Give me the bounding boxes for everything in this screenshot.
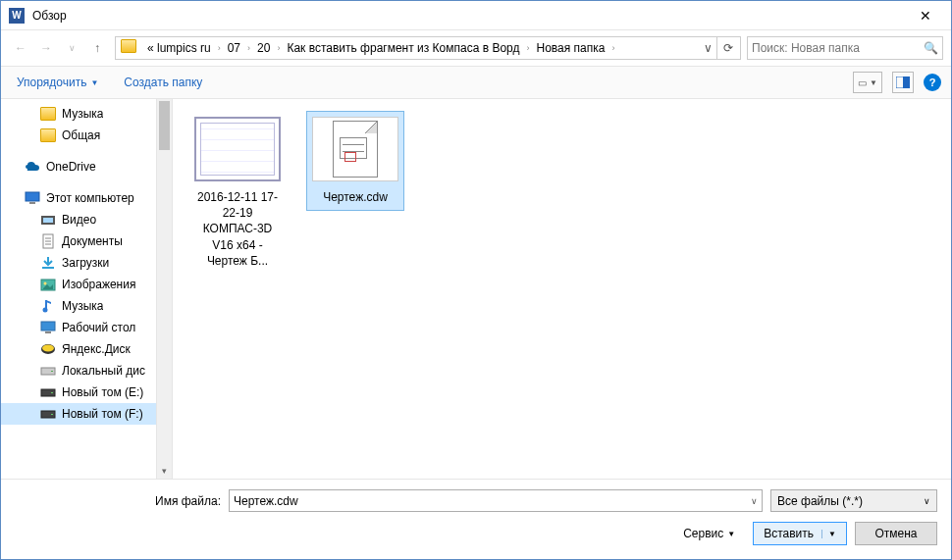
tree-item[interactable]: Общая [1,125,172,146]
svg-rect-2 [26,192,39,201]
tree-item[interactable]: OneDrive [1,156,172,178]
tree-item[interactable]: Яндекс.Диск [1,338,172,360]
file-item[interactable]: Чертеж.cdw [306,111,404,211]
file-item[interactable]: 2016-12-11 17-22-19 КОМПАС-3D V16 x64 - … [188,111,287,275]
search-placeholder: Поиск: Новая папка [752,41,860,55]
tree-item[interactable]: Документы [1,230,172,252]
search-icon: 🔍 [924,41,938,55]
breadcrumb-segment[interactable]: 07 [222,37,246,59]
window-title: Обзор [32,9,67,23]
svg-rect-23 [51,414,53,415]
svg-point-12 [44,282,47,285]
folder-icon [121,39,138,57]
tree-item[interactable]: Загрузки [1,252,172,274]
svg-rect-15 [45,331,51,333]
new-folder-button[interactable]: Создать папку [118,72,208,93]
filename-input[interactable]: Чертеж.cdw ∨ [229,489,763,512]
tree-item-label: Новый том (F:) [62,407,143,421]
svg-rect-1 [903,76,910,88]
svg-rect-14 [41,322,55,331]
svg-point-13 [43,308,48,313]
recent-dropdown[interactable]: ∨ [60,36,83,60]
tree-item-label: Музыка [62,299,103,313]
hdd-icon [40,384,56,400]
desktop-icon [40,320,56,335]
svg-rect-19 [51,371,53,372]
breadcrumb-segment[interactable]: Как вставить фрагмент из Компаса в Ворд [281,37,525,59]
view-options-button[interactable]: ▭▼ [853,72,882,93]
filetype-select[interactable]: Все файлы (*.*) ∨ [770,489,937,512]
insert-button[interactable]: Вставить ▼ [753,522,847,545]
tree-item-label: Документы [62,234,123,248]
help-button[interactable]: ? [924,74,941,91]
tree-item-label: Этот компьютер [46,191,134,205]
file-thumbnail [312,117,398,181]
close-button[interactable]: ✕ [903,2,947,29]
dialog-footer: Имя файла: Чертеж.cdw ∨ Все файлы (*.*) … [1,479,951,559]
tree-item-label: Видео [62,213,96,227]
pictures-icon [40,277,56,292]
svg-rect-3 [29,202,35,204]
tree-item-label: Загрузки [62,256,109,270]
tree-item[interactable]: Рабочий стол [1,317,172,338]
up-button[interactable]: ↑ [85,36,109,60]
back-button[interactable]: ← [9,36,32,60]
music-icon [40,298,56,314]
insert-split-icon[interactable]: ▼ [821,530,836,538]
tree-item-label: Музыка [62,107,103,121]
docs-icon [40,233,56,249]
refresh-button[interactable]: ⟳ [716,37,738,59]
file-list[interactable]: 2016-12-11 17-22-19 КОМПАС-3D V16 x64 - … [173,99,951,479]
titlebar: W Обзор ✕ [1,1,951,30]
video-icon [40,212,56,228]
svg-point-17 [42,345,54,352]
scroll-thumb[interactable] [159,101,170,150]
file-name: 2016-12-11 17-22-19 КОМПАС-3D V16 x64 - … [194,189,281,269]
hdd-icon [40,406,56,422]
tree-item[interactable]: Новый том (F:) [1,403,172,425]
tree-item[interactable]: Этот компьютер [1,187,172,209]
tree-item[interactable]: Музыка [1,103,172,125]
forward-button[interactable]: → [34,36,58,60]
onedrive-icon [25,159,40,175]
tree-item[interactable]: Изображения [1,274,172,295]
file-thumbnail [194,117,281,181]
sidebar-scrollbar[interactable]: ▴ ▾ [156,99,172,479]
cancel-button[interactable]: Отмена [855,522,937,545]
organize-menu[interactable]: Упорядочить▼ [11,72,104,93]
scroll-down-icon[interactable]: ▾ [157,463,172,479]
tree-item[interactable]: Музыка [1,295,172,317]
tools-menu[interactable]: Сервис▼ [683,527,735,540]
downloads-icon [40,255,56,271]
breadcrumb-segment[interactable]: Новая папка [531,37,611,59]
search-input[interactable]: Поиск: Новая папка 🔍 [747,36,943,60]
dialog-body: МузыкаОбщаяOneDriveЭтот компьютерВидеоДо… [1,99,951,479]
tree-item-label: OneDrive [46,160,96,174]
svg-rect-21 [51,392,53,393]
folder-icon [40,127,56,143]
folder-icon [40,106,56,122]
svg-rect-5 [43,218,53,223]
tree-item-label: Изображения [62,278,135,291]
file-name: Чертеж.cdw [312,189,398,205]
preview-pane-button[interactable] [892,72,914,93]
word-icon: W [9,8,25,24]
tree-item-label: Общая [62,128,100,142]
tree-item[interactable]: Видео [1,209,172,230]
tree-item-label: Рабочий стол [62,321,135,334]
yadisk-icon [40,341,56,357]
chevron-down-icon: ∨ [924,496,930,506]
filename-label: Имя файла: [15,494,221,508]
drive-icon [40,363,56,379]
tree-item-label: Яндекс.Диск [62,342,131,356]
tree-item[interactable]: Локальный дис [1,360,172,382]
breadcrumb-separator[interactable]: › [610,43,615,53]
breadcrumb-segment[interactable]: « lumpics ru [141,37,217,59]
address-dropdown[interactable]: ∨ [699,41,716,55]
navbar: ← → ∨ ↑ « lumpics ru›07›20›Как вставить … [1,30,951,66]
tree-item[interactable]: Новый том (E:) [1,382,172,403]
filename-dropdown-icon[interactable]: ∨ [751,496,758,506]
breadcrumb-segment[interactable]: 20 [251,37,276,59]
address-bar[interactable]: « lumpics ru›07›20›Как вставить фрагмент… [115,36,741,60]
svg-rect-10 [42,267,54,269]
